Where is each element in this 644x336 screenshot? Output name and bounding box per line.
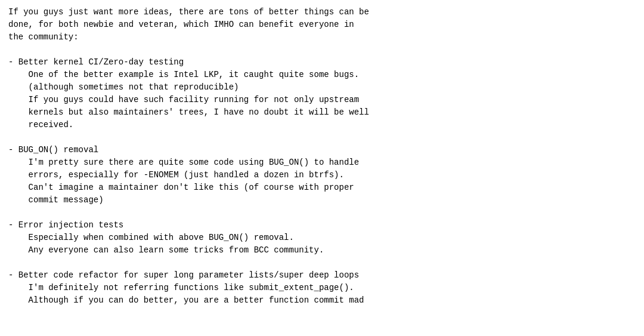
email-body-text: If you guys just want more ideas, there …	[0, 0, 644, 313]
